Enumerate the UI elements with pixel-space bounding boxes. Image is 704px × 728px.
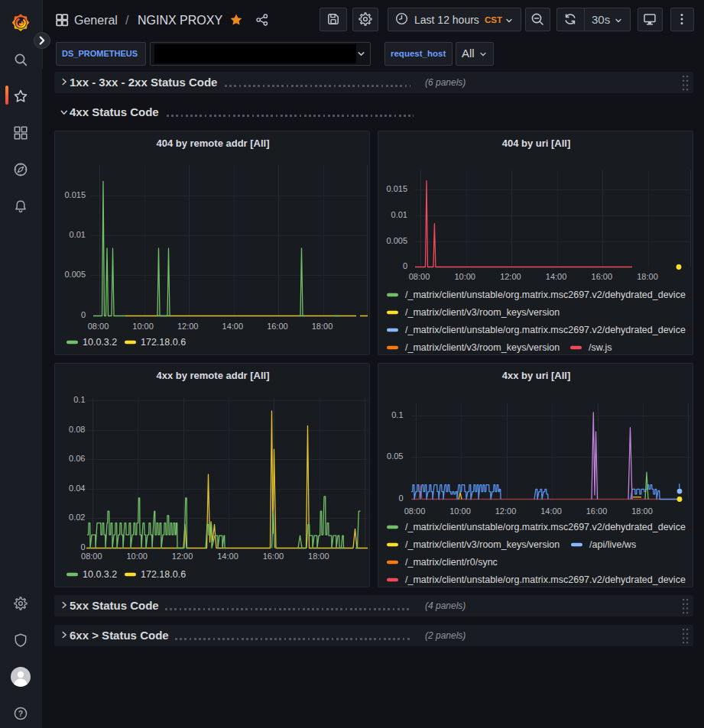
svg-text:/_matrix/client/v3/room_keys/v: /_matrix/client/v3/room_keys/version bbox=[405, 539, 560, 550]
svg-text:404 by uri [All]: 404 by uri [All] bbox=[502, 138, 571, 149]
svg-text:0.02: 0.02 bbox=[69, 513, 85, 522]
svg-text:18:00: 18:00 bbox=[637, 272, 658, 281]
svg-text:16:00: 16:00 bbox=[267, 322, 288, 331]
svg-text:0.06: 0.06 bbox=[69, 454, 85, 463]
svg-text:404 by remote addr [All]: 404 by remote addr [All] bbox=[156, 138, 269, 149]
svg-text:0.01: 0.01 bbox=[70, 230, 86, 239]
svg-text:0.015: 0.015 bbox=[64, 190, 86, 199]
svg-text:12:00: 12:00 bbox=[495, 506, 517, 516]
svg-text:/sw.js: /sw.js bbox=[589, 342, 612, 353]
svg-text:0: 0 bbox=[81, 310, 86, 319]
svg-text:08:00: 08:00 bbox=[404, 506, 426, 516]
svg-text:10.0.3.2: 10.0.3.2 bbox=[83, 569, 117, 580]
svg-text:/_matrix/client/v3/room_keys/v: /_matrix/client/v3/room_keys/version bbox=[405, 307, 560, 318]
svg-text:172.18.0.6: 172.18.0.6 bbox=[141, 337, 186, 348]
svg-text:18:00: 18:00 bbox=[308, 552, 329, 561]
svg-text:08:00: 08:00 bbox=[88, 322, 109, 331]
svg-text:16:00: 16:00 bbox=[263, 552, 284, 561]
svg-text:10.0.3.2: 10.0.3.2 bbox=[83, 337, 117, 348]
svg-text:/api/live/ws: /api/live/ws bbox=[589, 539, 636, 550]
svg-text:4xx by uri [All]: 4xx by uri [All] bbox=[502, 370, 571, 381]
svg-text:10:00: 10:00 bbox=[449, 506, 471, 516]
svg-text:08:00: 08:00 bbox=[409, 272, 430, 281]
svg-text:0: 0 bbox=[398, 493, 403, 503]
svg-text:10:00: 10:00 bbox=[454, 272, 475, 281]
svg-text:14:00: 14:00 bbox=[217, 552, 238, 561]
svg-text:0.1: 0.1 bbox=[391, 410, 403, 419]
svg-text:12:00: 12:00 bbox=[500, 272, 521, 281]
svg-text:?: ? bbox=[18, 709, 23, 718]
svg-text:16:00: 16:00 bbox=[586, 506, 608, 516]
svg-text:14:00: 14:00 bbox=[540, 506, 562, 516]
svg-text:0.005: 0.005 bbox=[386, 236, 407, 245]
svg-text:10:00: 10:00 bbox=[132, 322, 154, 331]
svg-text:/_matrix/client/r0/sync: /_matrix/client/r0/sync bbox=[405, 557, 498, 568]
svg-text:0.1: 0.1 bbox=[73, 395, 85, 404]
svg-text:16:00: 16:00 bbox=[592, 272, 613, 281]
svg-text:0.04: 0.04 bbox=[69, 484, 85, 493]
svg-text:0.005: 0.005 bbox=[64, 270, 86, 279]
svg-text:12:00: 12:00 bbox=[177, 322, 199, 331]
svg-text:/_matrix/client/v3/room_keys/v: /_matrix/client/v3/room_keys/version bbox=[405, 342, 560, 353]
svg-text:14:00: 14:00 bbox=[546, 272, 567, 281]
svg-text:18:00: 18:00 bbox=[312, 322, 333, 331]
svg-text:18:00: 18:00 bbox=[631, 506, 653, 516]
svg-text:0: 0 bbox=[403, 261, 407, 270]
svg-text:0.08: 0.08 bbox=[69, 425, 85, 434]
svg-text:08:00: 08:00 bbox=[81, 552, 102, 561]
svg-text:/_matrix/client/unstable/org.m: /_matrix/client/unstable/org.matrix.msc2… bbox=[405, 574, 686, 585]
svg-text:0.05: 0.05 bbox=[387, 451, 403, 461]
svg-text:12:00: 12:00 bbox=[172, 552, 193, 561]
svg-text:/_matrix/client/unstable/org.m: /_matrix/client/unstable/org.matrix.msc2… bbox=[405, 325, 686, 335]
svg-text:0.01: 0.01 bbox=[391, 210, 407, 219]
svg-text:10:00: 10:00 bbox=[126, 552, 148, 561]
svg-text:4xx by remote addr [All]: 4xx by remote addr [All] bbox=[156, 370, 269, 381]
svg-text:172.18.0.6: 172.18.0.6 bbox=[141, 569, 186, 580]
svg-text:0.015: 0.015 bbox=[386, 184, 407, 193]
svg-text:14:00: 14:00 bbox=[222, 322, 244, 331]
svg-text:0: 0 bbox=[80, 542, 85, 552]
svg-text:/_matrix/client/unstable/org.m: /_matrix/client/unstable/org.matrix.msc2… bbox=[405, 290, 686, 300]
svg-text:/_matrix/client/unstable/org.m: /_matrix/client/unstable/org.matrix.msc2… bbox=[405, 522, 686, 532]
